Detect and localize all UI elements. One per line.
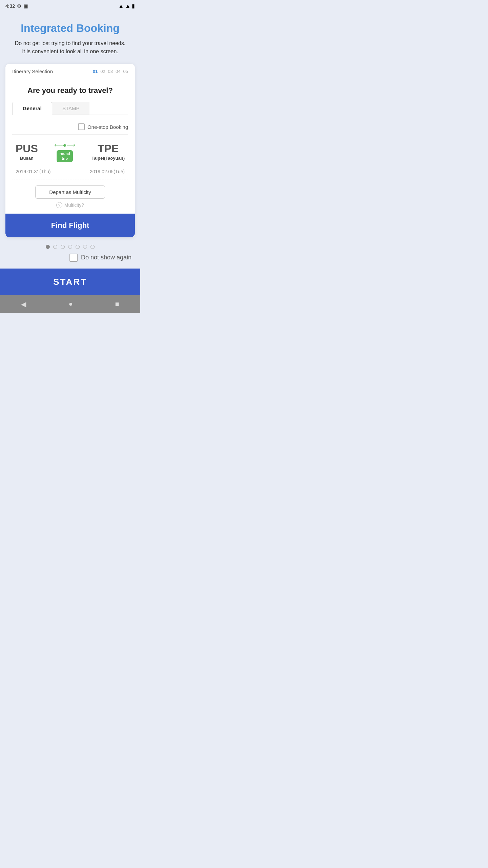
pagination-dot-1[interactable] <box>53 245 57 249</box>
route-middle: ⟵●⟶ roundtrip <box>54 141 76 162</box>
recents-button[interactable]: ■ <box>115 300 119 308</box>
multicity-hint-row: ? Multicity? <box>56 202 84 208</box>
start-label: START <box>53 277 87 287</box>
step-04[interactable]: 04 <box>116 69 120 74</box>
subtitle-line1: Do not get lost trying to find your trav… <box>15 40 125 46</box>
step-02[interactable]: 02 <box>100 69 105 74</box>
card-body: Are you ready to travel? General STAMP O… <box>5 79 135 214</box>
back-button[interactable]: ◀ <box>21 300 26 308</box>
destination-code: TPE <box>98 142 119 155</box>
pagination-dot-4[interactable] <box>76 245 80 249</box>
pagination-dot-6[interactable] <box>90 245 95 249</box>
dates-section: 2019.01.31(Thu) 2019.02.05(Tue) <box>12 165 128 179</box>
question-icon: ? <box>56 202 62 208</box>
tab-stamp[interactable]: STAMP <box>52 102 90 115</box>
step-03[interactable]: 03 <box>108 69 113 74</box>
step-indicators: 01 02 03 04 05 <box>93 69 128 74</box>
pagination <box>46 245 95 249</box>
status-left: 4:32 ⚙ ▣ <box>5 3 28 9</box>
booking-card: Itinerary Selection 01 02 03 04 05 Are y… <box>5 64 135 237</box>
dont-show-checkbox[interactable] <box>69 254 78 262</box>
one-stop-checkbox[interactable] <box>78 123 85 130</box>
multicity-button[interactable]: Depart as Multicity <box>35 185 105 199</box>
origin-block[interactable]: PUS Busan <box>16 142 38 161</box>
arrow-icon: ⟵●⟶ <box>54 141 76 149</box>
pagination-dot-5[interactable] <box>83 245 87 249</box>
return-date[interactable]: 2019.02.05(Tue) <box>90 169 125 174</box>
dont-show-label: Do not show again <box>81 254 131 261</box>
home-button[interactable]: ● <box>68 300 73 308</box>
status-right: ▲ ▲ ▮ <box>118 3 135 9</box>
card-header: Itinerary Selection 01 02 03 04 05 <box>5 64 135 79</box>
wifi-icon: ▲ <box>118 3 124 9</box>
step-01[interactable]: 01 <box>93 69 98 74</box>
tabs-container: General STAMP <box>12 102 128 115</box>
page-subtitle: Do not get lost trying to find your trav… <box>15 39 125 56</box>
depart-date[interactable]: 2019.01.31(Thu) <box>16 169 51 174</box>
route-arrow: ⟵●⟶ <box>54 141 76 149</box>
find-flight-button[interactable]: Find Flight <box>5 214 135 237</box>
time-display: 4:32 <box>5 3 15 9</box>
tab-general[interactable]: General <box>12 102 52 115</box>
one-stop-label: One-stop Booking <box>87 124 128 130</box>
destination-block[interactable]: TPE Taipei(Taoyuan) <box>92 142 125 161</box>
subtitle-line2: It is convenient to look all in one scre… <box>22 48 118 54</box>
round-trip-badge[interactable]: roundtrip <box>57 150 73 162</box>
dont-show-row: Do not show again <box>5 254 135 262</box>
start-bar[interactable]: START <box>0 269 140 295</box>
multicity-hint-label: Multicity? <box>64 202 84 208</box>
origin-name: Busan <box>20 156 34 161</box>
travel-question: Are you ready to travel? <box>12 86 128 95</box>
battery-icon: ▮ <box>132 3 135 9</box>
destination-name: Taipei(Taoyuan) <box>92 156 125 161</box>
main-content: Integrated Booking Do not get lost tryin… <box>0 12 140 269</box>
status-bar: 4:32 ⚙ ▣ ▲ ▲ ▮ <box>0 0 140 12</box>
bottom-nav: ◀ ● ■ <box>0 295 140 313</box>
route-section: PUS Busan ⟵●⟶ roundtrip TPE Taipei(Taoyu… <box>12 135 128 165</box>
itinerary-selection-label: Itinerary Selection <box>12 68 53 74</box>
multicity-section: Depart as Multicity ? Multicity? <box>12 179 128 214</box>
step-05[interactable]: 05 <box>123 69 128 74</box>
origin-code: PUS <box>16 142 38 155</box>
pagination-dot-0[interactable] <box>46 245 50 249</box>
signal-icon: ▲ <box>125 3 130 9</box>
settings-icon: ⚙ <box>17 3 21 9</box>
one-stop-booking-row: One-stop Booking <box>12 121 128 135</box>
page-title: Integrated Booking <box>21 22 120 35</box>
clipboard-icon: ▣ <box>23 3 28 9</box>
pagination-dot-3[interactable] <box>68 245 72 249</box>
pagination-dot-2[interactable] <box>61 245 65 249</box>
